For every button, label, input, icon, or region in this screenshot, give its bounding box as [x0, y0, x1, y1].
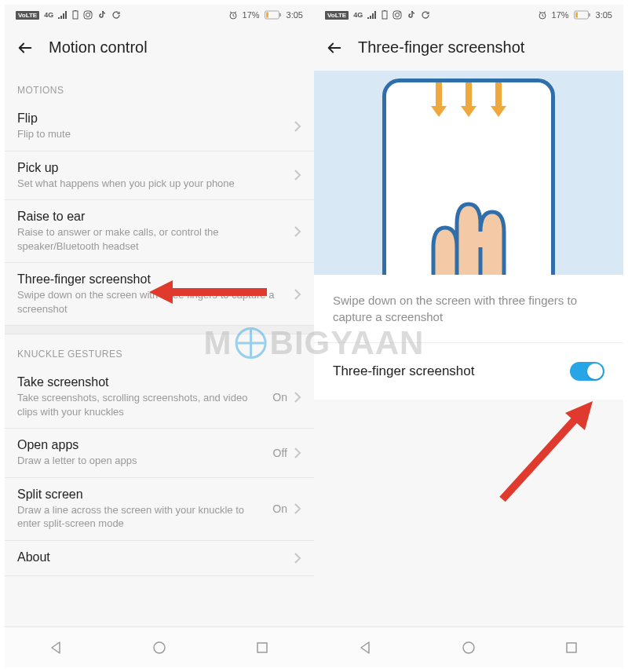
row-pickup[interactable]: Pick up Set what happens when you pick u…: [5, 152, 314, 201]
battery-pct-label: 17%: [243, 10, 260, 20]
chevron-right-icon: [294, 552, 301, 564]
back-arrow-icon: [16, 39, 34, 57]
signal-icon: [367, 11, 377, 19]
page-title: Three-finger screenshot: [358, 38, 524, 57]
svg-rect-7: [279, 13, 281, 16]
appbar: Motion control: [5, 25, 314, 71]
svg-rect-20: [589, 13, 590, 16]
screen-three-finger-screenshot: VoLTE 4G 17% 3:05 Three-finger screensho…: [314, 5, 623, 667]
row-about[interactable]: About: [5, 541, 314, 576]
svg-line-26: [502, 413, 581, 499]
svg-rect-21: [575, 13, 578, 18]
section-motions-label: MOTIONS: [5, 71, 314, 102]
annotation-arrow-2: [487, 382, 612, 507]
row-split-value: On: [272, 502, 287, 515]
battery-small-icon: [382, 10, 388, 20]
svg-point-24: [463, 642, 474, 653]
nav-recent-icon: [565, 641, 578, 654]
svg-rect-25: [567, 643, 576, 652]
nav-recent-button[interactable]: [556, 632, 587, 663]
swipe-arrow-icon: [461, 106, 476, 117]
row-openapps-value: Off: [273, 447, 287, 459]
row-raise-sub: Raise to answer or make calls, or contro…: [17, 225, 286, 253]
annotation-arrow-1: [149, 276, 267, 308]
svg-rect-10: [257, 643, 267, 652]
row-take-screenshot[interactable]: Take screenshot Take screenshots, scroll…: [5, 366, 314, 429]
volte-badge: VoLTE: [325, 11, 349, 20]
battery-pct-label: 17%: [552, 10, 569, 20]
svg-rect-13: [382, 11, 387, 19]
chevron-right-icon: [294, 288, 301, 301]
three-finger-toggle[interactable]: [570, 362, 604, 381]
row-openapps-sub: Draw a letter to open apps: [17, 454, 265, 468]
svg-point-17: [399, 12, 400, 13]
row-open-apps[interactable]: Open apps Draw a letter to open apps Off: [5, 429, 314, 478]
appbar: Three-finger screenshot: [314, 25, 623, 71]
svg-rect-14: [384, 10, 385, 11]
nav-back-button[interactable]: [41, 632, 72, 663]
section-knuckle-label: KNUCKLE GESTURES: [5, 334, 314, 366]
chevron-right-icon: [294, 169, 301, 181]
back-button[interactable]: [325, 38, 344, 57]
alarm-icon: [228, 10, 238, 20]
volte-badge: VoLTE: [16, 11, 39, 20]
svg-rect-0: [73, 11, 78, 19]
row-takeshot-value: On: [272, 391, 287, 404]
instagram-icon: [392, 10, 402, 20]
refresh-icon: [111, 10, 121, 20]
alarm-icon: [538, 10, 547, 20]
nav-back-button[interactable]: [350, 632, 382, 663]
row-flip[interactable]: Flip Flip to mute: [5, 102, 314, 152]
row-takeshot-sub: Take screenshots, scrolling screenshots,…: [17, 391, 265, 418]
svg-point-16: [396, 13, 400, 17]
row-split-title: Split screen: [17, 488, 265, 502]
row-split-sub: Draw a line across the screen with your …: [17, 503, 265, 531]
clock-label: 3:05: [287, 10, 303, 20]
row-openapps-title: Open apps: [17, 438, 265, 452]
network-4g-label: 4G: [44, 11, 53, 19]
chevron-right-icon: [294, 225, 301, 238]
nav-home-button[interactable]: [453, 632, 484, 663]
gesture-description: Swipe down on the screen with three fing…: [314, 275, 623, 343]
clock-label: 3:05: [596, 10, 612, 20]
network-4g-label: 4G: [353, 11, 363, 19]
chevron-right-icon: [294, 391, 301, 404]
svg-point-3: [86, 13, 90, 17]
back-button[interactable]: [16, 38, 35, 57]
chevron-right-icon: [294, 447, 301, 459]
nav-back-icon: [49, 641, 64, 655]
battery-icon: [574, 10, 591, 20]
status-bar: VoLTE 4G 17% 3:05: [5, 5, 314, 25]
battery-icon: [265, 10, 282, 20]
row-raise-to-ear[interactable]: Raise to ear Raise to answer or make cal…: [5, 200, 314, 263]
nav-recent-icon: [256, 641, 268, 654]
tiktok-icon: [407, 10, 416, 20]
navbar: [314, 626, 623, 667]
row-pickup-title: Pick up: [17, 161, 286, 175]
instagram-icon: [83, 10, 93, 20]
nav-home-button[interactable]: [144, 632, 175, 663]
row-pickup-sub: Set what happens when you pick up your p…: [17, 177, 286, 191]
signal-icon: [58, 11, 68, 19]
row-takeshot-title: Take screenshot: [17, 375, 265, 389]
swipe-arrow-icon: [431, 106, 447, 117]
tiktok-icon: [97, 10, 107, 20]
section-gap: [5, 325, 314, 334]
chevron-right-icon: [294, 120, 301, 133]
navbar: [5, 626, 314, 667]
chevron-right-icon: [294, 502, 301, 515]
battery-small-icon: [72, 10, 78, 20]
svg-point-4: [89, 12, 91, 13]
nav-home-icon: [152, 641, 166, 655]
hand-icon: [394, 184, 543, 275]
svg-rect-8: [266, 13, 268, 18]
nav-recent-button[interactable]: [246, 632, 278, 663]
svg-rect-1: [75, 10, 76, 11]
row-about-title: About: [17, 550, 286, 564]
back-arrow-icon: [326, 39, 343, 57]
row-flip-title: Flip: [17, 111, 286, 126]
page-title: Motion control: [49, 38, 148, 57]
gesture-illustration: [314, 71, 623, 275]
row-split-screen[interactable]: Split screen Draw a line across the scre…: [5, 478, 314, 541]
nav-back-icon: [359, 641, 373, 655]
